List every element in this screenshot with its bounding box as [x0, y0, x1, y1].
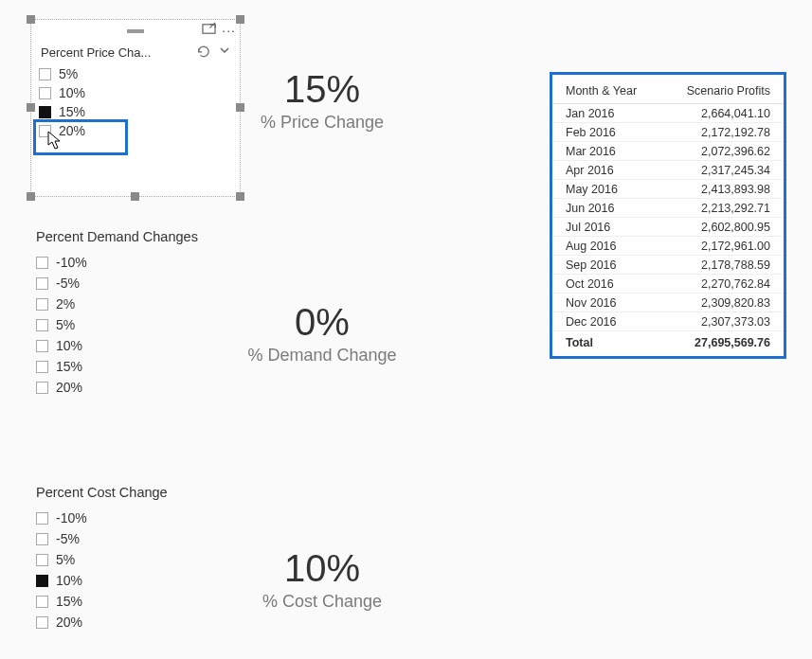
cell-value: 2,213,292.71: [661, 199, 784, 218]
slicer-option[interactable]: 10%: [39, 83, 232, 102]
cell-month: Jul 2016: [552, 218, 661, 237]
kpi-demand-change: 0% % Demand Change: [227, 301, 417, 365]
checkbox-icon[interactable]: [36, 277, 48, 290]
price-slicer-visual[interactable]: ··· Percent Price Cha... 5% 10% 15% 20%: [30, 19, 241, 197]
checkbox-icon[interactable]: [39, 87, 51, 99]
checkbox-icon[interactable]: [36, 298, 48, 311]
checkbox-icon[interactable]: [36, 533, 48, 545]
table-row[interactable]: Apr 20162,317,245.34: [552, 161, 784, 180]
cell-month: Apr 2016: [552, 161, 661, 180]
table-row[interactable]: Nov 20162,309,820.83: [552, 294, 784, 312]
cell-month: Aug 2016: [552, 237, 661, 256]
cell-value: 2,172,192.78: [661, 123, 784, 142]
table-row[interactable]: Jun 20162,213,292.71: [552, 199, 784, 218]
checkbox-icon[interactable]: [36, 596, 48, 608]
checkbox-icon[interactable]: [36, 512, 48, 525]
visual-header[interactable]: ···: [31, 20, 240, 43]
cell-value: 2,317,245.34: [661, 161, 784, 180]
table-row[interactable]: May 20162,413,893.98: [552, 180, 784, 199]
chevron-down-icon[interactable]: [219, 45, 230, 61]
option-label: 10%: [56, 338, 82, 353]
checkbox-icon[interactable]: [36, 554, 48, 566]
table-row[interactable]: Jan 20162,664,041.10: [552, 104, 784, 123]
kpi-value: 0%: [227, 301, 417, 344]
cell-value: 2,413,893.98: [661, 180, 784, 199]
cell-month: Nov 2016: [552, 294, 661, 312]
option-label: 15%: [59, 104, 85, 119]
option-label: 5%: [56, 552, 75, 567]
checkbox-icon[interactable]: [36, 319, 48, 331]
option-label: -10%: [56, 510, 87, 525]
slicer-option[interactable]: -10%: [36, 508, 292, 528]
table-row[interactable]: Aug 20162,172,961.00: [552, 237, 784, 256]
cell-month: Sep 2016: [552, 256, 661, 275]
resize-handle[interactable]: [27, 103, 35, 112]
checkbox-icon[interactable]: [39, 125, 51, 137]
checkbox-icon[interactable]: [36, 340, 48, 352]
kpi-value: 10%: [237, 547, 407, 590]
scenario-profits-table[interactable]: Month & Year Scenario Profits Jan 20162,…: [550, 72, 786, 359]
table-row[interactable]: Feb 20162,172,192.78: [552, 123, 784, 142]
slicer-option[interactable]: -5%: [36, 528, 292, 549]
cell-month: Mar 2016: [552, 142, 661, 161]
option-label: -5%: [56, 276, 80, 291]
kpi-price-change: 15% % Price Change: [237, 68, 407, 133]
table-row[interactable]: Mar 20162,072,396.62: [552, 142, 784, 161]
slicer-option[interactable]: 20%: [36, 612, 292, 632]
checkbox-icon[interactable]: [39, 106, 51, 118]
option-label: 2%: [56, 296, 75, 312]
cell-value: 2,178,788.59: [661, 256, 784, 275]
slicer-option[interactable]: -5%: [36, 273, 292, 294]
checkbox-icon[interactable]: [36, 361, 48, 373]
option-label: 15%: [56, 594, 82, 609]
slicer-option[interactable]: -10%: [36, 252, 292, 273]
kpi-label: % Price Change: [237, 113, 407, 133]
checkbox-icon[interactable]: [36, 616, 48, 629]
cell-month: Oct 2016: [552, 275, 661, 294]
table-row[interactable]: Dec 20162,307,373.03: [552, 312, 784, 331]
cell-month: Jun 2016: [552, 199, 661, 218]
slicer-option[interactable]: 15%: [39, 102, 232, 121]
checkbox-icon[interactable]: [36, 382, 48, 394]
checkbox-icon[interactable]: [36, 257, 48, 269]
cell-month: Dec 2016: [552, 312, 661, 331]
slicer-option[interactable]: 5%: [39, 64, 232, 83]
resize-handle[interactable]: [131, 192, 139, 201]
option-label: -5%: [56, 531, 80, 546]
option-label: 5%: [59, 66, 78, 81]
cell-value: 2,664,041.10: [661, 104, 784, 123]
table-total-row: Total27,695,569.76: [552, 331, 784, 352]
clear-selection-icon[interactable]: [196, 45, 209, 61]
cell-value: 2,602,800.95: [661, 218, 784, 237]
resize-handle[interactable]: [236, 192, 244, 201]
table-row[interactable]: Jul 20162,602,800.95: [552, 218, 784, 237]
more-options-icon[interactable]: ···: [222, 23, 236, 38]
option-label: 5%: [56, 317, 75, 332]
option-label: -10%: [56, 255, 87, 270]
cell-month: May 2016: [552, 180, 661, 199]
total-value: 27,695,569.76: [661, 331, 784, 352]
checkbox-icon[interactable]: [36, 575, 48, 587]
focus-mode-icon[interactable]: [202, 22, 216, 39]
kpi-cost-change: 10% % Cost Change: [237, 547, 407, 612]
column-header[interactable]: Month & Year: [552, 80, 661, 104]
kpi-label: % Demand Change: [227, 346, 417, 365]
column-header[interactable]: Scenario Profits: [661, 80, 784, 104]
checkbox-icon[interactable]: [39, 68, 51, 80]
cell-value: 2,072,396.62: [661, 142, 784, 161]
option-label: 20%: [59, 123, 85, 138]
option-label: 10%: [59, 85, 85, 100]
kpi-label: % Cost Change: [237, 592, 407, 612]
slicer-option[interactable]: 20%: [36, 377, 292, 398]
cell-month: Jan 2016: [552, 104, 661, 123]
drag-grip-icon[interactable]: [127, 29, 144, 33]
table-row[interactable]: Oct 20162,270,762.84: [552, 275, 784, 294]
cell-value: 2,309,820.83: [661, 294, 784, 312]
option-label: 20%: [56, 614, 82, 630]
slicer-title: Percent Demand Changes: [36, 229, 292, 244]
resize-handle[interactable]: [27, 192, 35, 201]
option-label: 10%: [56, 573, 82, 588]
table-row[interactable]: Sep 20162,178,788.59: [552, 256, 784, 275]
price-slicer-options: 5% 10% 15% 20%: [31, 64, 240, 140]
slicer-option[interactable]: 20%: [39, 121, 232, 140]
